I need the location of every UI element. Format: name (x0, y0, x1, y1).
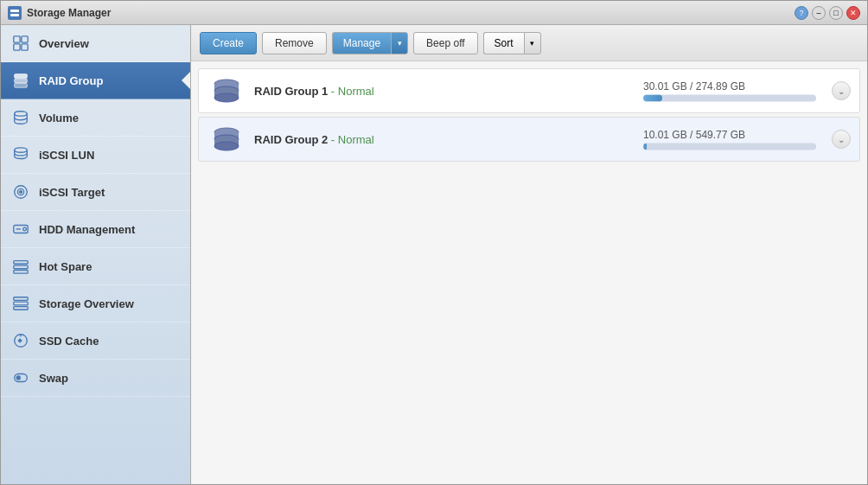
title-bar-left: Storage Manager (8, 6, 111, 20)
sidebar-item-hdd-management[interactable]: HDD Management (1, 211, 190, 248)
raid-group-list: RAID Group 1 - Normal 30.01 GB / 274.89 … (191, 61, 867, 484)
svg-rect-6 (15, 74, 28, 79)
raid-group-1-storage-bar-fill (643, 95, 662, 102)
sidebar: Overview RAID Group (1, 25, 191, 484)
svg-point-13 (20, 191, 22, 194)
raid-group-2-storage: 10.01 GB / 549.77 GB (643, 129, 816, 150)
sidebar-item-ssd-cache[interactable]: SSD Cache (1, 322, 190, 360)
svg-point-9 (15, 112, 28, 116)
raid-group-2-storage-bar-bg (643, 144, 816, 150)
raid-group-item-1[interactable]: RAID Group 1 - Normal 30.01 GB / 274.89 … (198, 68, 860, 113)
sidebar-item-storage-overview[interactable]: Storage Overview (1, 285, 190, 322)
raid-group-icon (11, 71, 30, 90)
raid-group-1-expand-button[interactable]: ⌄ (832, 81, 851, 100)
svg-rect-21 (14, 302, 28, 305)
sidebar-item-overview[interactable]: Overview (1, 25, 190, 62)
raid-disk-icon-2 (211, 126, 242, 152)
raid-group-item-2[interactable]: RAID Group 2 - Normal 10.01 GB / 549.77 … (198, 117, 860, 162)
svg-rect-8 (15, 84, 28, 88)
sidebar-item-swap[interactable]: Swap (1, 360, 190, 397)
manage-main-button[interactable]: Manage (332, 32, 391, 54)
overview-icon (11, 34, 30, 53)
svg-rect-19 (14, 271, 28, 274)
svg-point-36 (214, 142, 239, 150)
sidebar-label-ssd-cache: SSD Cache (39, 335, 99, 348)
raid-group-2-title: RAID Group 2 - Normal (254, 133, 374, 146)
sidebar-label-volume: Volume (39, 112, 79, 124)
svg-point-15 (23, 227, 27, 231)
raid-disk-icon-1 (211, 78, 242, 104)
raid-group-2-storage-text: 10.01 GB / 549.77 GB (643, 129, 745, 141)
svg-rect-3 (22, 36, 28, 42)
svg-rect-7 (15, 79, 28, 83)
sidebar-item-hot-spare[interactable]: Hot Spare (1, 248, 190, 285)
raid-group-1-title: RAID Group 1 - Normal (254, 85, 374, 98)
ssd-cache-icon (11, 331, 30, 350)
raid-group-1-storage: 30.01 GB / 274.89 GB (643, 80, 816, 102)
swap-icon (11, 368, 30, 387)
main-window: Storage Manager ? – □ ✕ Ov (0, 0, 868, 485)
svg-rect-18 (14, 265, 28, 269)
svg-point-26 (16, 375, 21, 380)
svg-point-31 (214, 93, 239, 102)
sort-split-button[interactable]: Sort ▾ (483, 32, 541, 54)
title-bar: Storage Manager ? – □ ✕ (1, 1, 867, 25)
sidebar-item-iscsi-lun[interactable]: iSCSI LUN (1, 137, 190, 174)
toolbar: Create Remove Manage ▾ Beep off (191, 25, 867, 61)
raid-group-2-storage-bar-fill (643, 144, 647, 150)
close-button[interactable]: ✕ (846, 6, 860, 20)
create-button[interactable]: Create (200, 32, 257, 54)
app-icon (8, 6, 22, 20)
chevron-down-icon: ▾ (398, 39, 402, 48)
svg-rect-4 (14, 44, 20, 50)
window-title: Storage Manager (27, 7, 111, 19)
sidebar-label-raid-group: RAID Group (39, 74, 103, 87)
chevron-down-icon-raid1: ⌄ (838, 86, 845, 96)
volume-icon (11, 108, 30, 127)
sidebar-label-hot-spare: Hot Spare (39, 260, 92, 273)
iscsi-lun-icon (11, 145, 30, 164)
manage-arrow-button[interactable]: ▾ (391, 32, 408, 54)
sidebar-label-iscsi-lun: iSCSI LUN (39, 149, 94, 162)
sidebar-label-overview: Overview (39, 37, 89, 50)
maximize-button[interactable]: □ (829, 6, 843, 20)
svg-rect-22 (14, 307, 28, 310)
svg-rect-20 (14, 297, 28, 301)
chevron-down-icon-sort: ▾ (530, 39, 534, 48)
iscsi-target-icon (11, 182, 30, 201)
svg-rect-5 (22, 44, 28, 50)
manage-split-button[interactable]: Manage ▾ (332, 32, 408, 54)
raid-group-2-expand-button[interactable]: ⌄ (832, 130, 851, 149)
hdd-icon (11, 220, 30, 239)
sidebar-label-iscsi-target: iSCSI Target (39, 186, 105, 199)
minimize-button[interactable]: – (812, 6, 826, 20)
sort-main-button[interactable]: Sort (483, 32, 524, 54)
svg-rect-17 (14, 261, 28, 265)
raid-group-1-storage-text: 30.01 GB / 274.89 GB (643, 80, 745, 93)
svg-rect-2 (14, 36, 20, 42)
main-content: Overview RAID Group (1, 25, 867, 484)
storage-overview-icon (11, 294, 30, 313)
remove-button[interactable]: Remove (262, 32, 327, 54)
beep-off-button[interactable]: Beep off (413, 32, 477, 54)
chevron-down-icon-raid2: ⌄ (838, 135, 845, 144)
sidebar-label-storage-overview: Storage Overview (39, 297, 134, 310)
sort-arrow-button[interactable]: ▾ (524, 32, 541, 54)
svg-rect-1 (10, 14, 19, 16)
sidebar-item-iscsi-target[interactable]: iSCSI Target (1, 174, 190, 211)
help-button[interactable]: ? (795, 6, 808, 20)
content-area: Create Remove Manage ▾ Beep off (191, 25, 867, 484)
window-controls: ? – □ ✕ (795, 6, 860, 20)
raid-group-1-storage-bar-bg (643, 95, 816, 102)
svg-rect-0 (10, 10, 19, 12)
sidebar-label-swap: Swap (39, 372, 68, 385)
sidebar-item-volume[interactable]: Volume (1, 99, 190, 137)
hot-spare-icon (11, 257, 30, 276)
sidebar-label-hdd-management: HDD Management (39, 223, 135, 236)
sidebar-item-raid-group[interactable]: RAID Group (1, 62, 190, 99)
svg-point-10 (15, 148, 28, 152)
